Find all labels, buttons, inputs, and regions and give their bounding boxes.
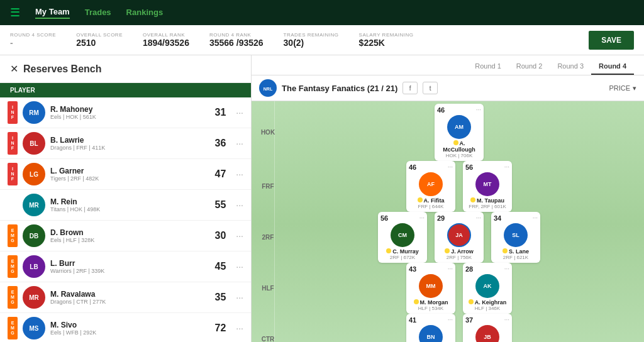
card-options-button[interactable]: ···: [419, 214, 425, 222]
field-player-card[interactable]: 28 ··· AK A. Keighran HLF | 346K: [463, 263, 512, 314]
player-avatar: MR: [23, 286, 45, 309]
team-name: The Fantasy Fanatics (21 / 21): [282, 84, 397, 93]
card-score: 29: [437, 214, 445, 222]
card-options-button[interactable]: ···: [448, 265, 453, 273]
player-meta: Dragons | CTR | 277K: [50, 299, 210, 305]
position-label: HLF: [257, 285, 279, 292]
players-container: 46 ··· AM A. McCullough HOK | 706K: [279, 104, 639, 161]
field-player-card[interactable]: 29 ··· JA J. Arrow 2RF | 756K: [435, 212, 484, 263]
player-meta: Tigers | 2RF | 482K: [50, 175, 210, 182]
player-info: D. Brown Eels | HLF | 328K: [50, 228, 210, 243]
card-options-button[interactable]: ···: [504, 265, 509, 273]
star-dot: [469, 299, 474, 304]
save-button[interactable]: SAVE: [589, 31, 634, 50]
more-options-button[interactable]: ···: [236, 262, 243, 272]
field-player-card[interactable]: 46 ··· AF A. Fifita FRF | 644K: [406, 161, 455, 212]
star-dot: [445, 248, 450, 253]
nav-my-team[interactable]: My Team: [35, 7, 70, 19]
player-score: 55: [215, 199, 226, 211]
card-player-name: M. Morgan: [414, 299, 448, 306]
card-options-button[interactable]: ···: [504, 163, 509, 171]
card-inner: 46 ··· AF A. Fifita FRF | 644K: [406, 161, 455, 212]
chevron-down-icon: ▾: [633, 84, 636, 92]
tab-round4[interactable]: Round 4: [591, 58, 634, 75]
position-label: CTR: [257, 336, 279, 342]
field-row-hlf: HLF 43 ··· MM M. Morgan HLF | 534K 28 ··…: [252, 263, 644, 314]
facebook-button[interactable]: f: [402, 82, 418, 94]
star-dot: [386, 248, 391, 253]
player-score: 30: [215, 230, 226, 241]
card-score: 46: [437, 106, 445, 114]
card-options-button[interactable]: ···: [476, 106, 481, 114]
star-dot: [470, 197, 475, 202]
card-player-meta: 2RF | 672K: [390, 255, 415, 260]
card-player-meta: HOK | 706K: [446, 153, 473, 158]
bench-row: INF BL B. Lawrie Dragons | FRF | 411K 36…: [0, 128, 251, 159]
players-container: 43 ··· MM M. Morgan HLF | 534K 28 ··· AK: [279, 263, 639, 314]
bench-rows: INF RM R. Mahoney Eels | HOK | 561K 31 ·…: [0, 97, 251, 342]
bench-panel: ✕ Reserves Bench PLAYER INF RM R. Mahone…: [0, 55, 252, 342]
card-score: 41: [409, 316, 416, 324]
card-inner: 56 ··· MT M. Taupau FRF, 2RF | 601K: [463, 161, 512, 212]
card-options-button[interactable]: ···: [448, 163, 453, 171]
more-options-button[interactable]: ···: [236, 169, 243, 179]
field-player-card[interactable]: 37 ··· JB J. Bird CTR | 440K: [463, 314, 512, 342]
more-options-button[interactable]: ···: [236, 231, 243, 241]
field-player-card[interactable]: 56 ··· MT M. Taupau FRF, 2RF | 601K: [463, 161, 512, 212]
more-options-button[interactable]: ···: [236, 138, 243, 148]
twitter-button[interactable]: t: [423, 82, 438, 94]
hamburger-icon[interactable]: ☰: [10, 6, 20, 19]
card-avatar: CM: [391, 223, 414, 247]
star-dot: [414, 299, 419, 304]
bench-row: EMG MS M. Sivo Eels | WFB | 292K 72 ···: [0, 313, 251, 342]
field-player-card[interactable]: 56 ··· CM C. Murray 2RF | 672K: [378, 212, 427, 263]
player-info: M. Rein Titans | HOK | 498K: [50, 197, 210, 212]
tab-round3[interactable]: Round 3: [550, 58, 591, 75]
player-avatar: LB: [23, 255, 45, 278]
more-options-button[interactable]: ···: [236, 323, 243, 333]
card-options-button[interactable]: ···: [504, 316, 509, 324]
field-area: HOK 46 ··· AM A. McCullough HOK | 706K F…: [252, 101, 644, 342]
card-avatar: JB: [475, 325, 499, 342]
player-score: 47: [215, 168, 226, 180]
field-player-card[interactable]: 34 ··· SL S. Lane 2RF | 621K: [491, 212, 540, 263]
card-top: 46 ···: [409, 163, 453, 171]
card-score: 37: [465, 316, 473, 324]
more-options-button[interactable]: ···: [236, 108, 243, 118]
player-avatar: MS: [23, 317, 45, 339]
players-container: 56 ··· CM C. Murray 2RF | 672K 29 ··· JA: [279, 212, 639, 263]
card-inner: 28 ··· AK A. Keighran HLF | 346K: [463, 263, 512, 314]
close-bench-button[interactable]: ✕: [10, 63, 18, 75]
star-dot: [502, 248, 508, 253]
player-avatar: LG: [23, 163, 45, 185]
round4-rank-stat: ROUND 4 RANK 35566 /93526: [209, 32, 264, 48]
card-player-meta: 2RF | 756K: [447, 255, 472, 260]
field-row-hok: HOK 46 ··· AM A. McCullough HOK | 706K: [252, 104, 644, 161]
trades-remaining-stat: TRADES REMAINING 30(2): [284, 32, 339, 48]
tab-round2[interactable]: Round 2: [509, 58, 550, 75]
card-options-button[interactable]: ···: [533, 214, 538, 222]
more-options-button[interactable]: ···: [236, 292, 243, 302]
tab-round1[interactable]: Round 1: [467, 58, 509, 75]
card-inner: 37 ··· JB J. Bird CTR | 440K: [463, 314, 512, 342]
card-top: 37 ···: [465, 316, 509, 324]
more-options-button[interactable]: ···: [236, 200, 243, 210]
card-options-button[interactable]: ···: [448, 316, 453, 324]
svg-text:NRL: NRL: [264, 87, 273, 91]
player-info: L. Garner Tigers | 2RF | 482K: [50, 167, 210, 182]
player-name: R. Mahoney: [50, 105, 210, 114]
field-player-card[interactable]: 41 ··· BN B. Nikora 2RF, CTR | 448K: [406, 314, 455, 342]
bench-row: INF RM R. Mahoney Eels | HOK | 561K 31 ·…: [0, 97, 251, 128]
nav-rankings[interactable]: Rankings: [126, 8, 164, 18]
player-name: M. Sivo: [50, 321, 210, 329]
card-avatar: SL: [504, 223, 528, 247]
field-player-card[interactable]: 46 ··· AM A. McCullough HOK | 706K: [435, 104, 484, 161]
card-avatar: JA: [447, 223, 471, 247]
player-avatar: MR: [23, 194, 45, 216]
bench-row: EMG MR M. Ravalawa Dragons | CTR | 277K …: [0, 282, 251, 313]
nav-trades[interactable]: Trades: [85, 8, 111, 18]
field-player-card[interactable]: 43 ··· MM M. Morgan HLF | 534K: [406, 263, 455, 314]
price-button[interactable]: PRICE ▾: [609, 84, 636, 92]
card-options-button[interactable]: ···: [476, 214, 481, 222]
overall-score-stat: OVERALL SCORE 2510: [76, 32, 123, 48]
